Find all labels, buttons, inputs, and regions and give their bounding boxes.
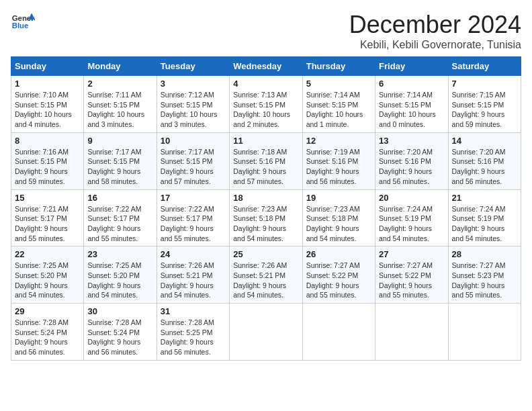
day-info: Sunrise: 7:16 AM Sunset: 5:15 PM Dayligh… <box>15 147 80 187</box>
day-info: Sunrise: 7:10 AM Sunset: 5:15 PM Dayligh… <box>15 90 80 130</box>
day-number: 4 <box>233 79 298 89</box>
weekday-header: Saturday <box>448 57 521 76</box>
day-number: 18 <box>233 193 298 203</box>
day-info: Sunrise: 7:27 AM Sunset: 5:22 PM Dayligh… <box>379 261 444 300</box>
day-info: Sunrise: 7:11 AM Sunset: 5:15 PM Dayligh… <box>87 90 152 130</box>
day-number: 31 <box>161 306 226 316</box>
logo-icon: General Blue <box>11 11 35 31</box>
calendar-cell: 30 Sunrise: 7:28 AM Sunset: 5:24 PM Dayl… <box>84 304 157 361</box>
calendar-cell: 29 Sunrise: 7:28 AM Sunset: 5:24 PM Dayl… <box>11 304 84 361</box>
calendar-cell: 23 Sunrise: 7:25 AM Sunset: 5:20 PM Dayl… <box>84 246 157 304</box>
day-info: Sunrise: 7:26 AM Sunset: 5:21 PM Dayligh… <box>161 261 226 300</box>
day-info: Sunrise: 7:25 AM Sunset: 5:20 PM Dayligh… <box>15 261 80 300</box>
day-number: 11 <box>233 136 298 146</box>
day-number: 5 <box>306 79 371 89</box>
day-info: Sunrise: 7:20 AM Sunset: 5:16 PM Dayligh… <box>379 147 444 187</box>
day-info: Sunrise: 7:24 AM Sunset: 5:19 PM Dayligh… <box>379 204 444 244</box>
calendar-cell: 21 Sunrise: 7:24 AM Sunset: 5:19 PM Dayl… <box>448 189 521 246</box>
day-info: Sunrise: 7:21 AM Sunset: 5:17 PM Dayligh… <box>15 204 80 244</box>
calendar-cell <box>448 304 521 361</box>
day-number: 25 <box>233 249 298 259</box>
day-number: 20 <box>379 193 444 203</box>
calendar-cell: 20 Sunrise: 7:24 AM Sunset: 5:19 PM Dayl… <box>375 189 448 246</box>
location-title: Kebili, Kebili Governorate, Tunisia <box>349 39 521 51</box>
day-info: Sunrise: 7:23 AM Sunset: 5:18 PM Dayligh… <box>306 204 371 244</box>
day-number: 24 <box>161 249 226 259</box>
calendar-cell: 31 Sunrise: 7:28 AM Sunset: 5:25 PM Dayl… <box>157 304 229 361</box>
calendar-cell: 18 Sunrise: 7:23 AM Sunset: 5:18 PM Dayl… <box>230 189 302 246</box>
day-number: 14 <box>452 136 517 146</box>
day-number: 29 <box>15 306 80 316</box>
calendar-cell: 3 Sunrise: 7:12 AM Sunset: 5:15 PM Dayli… <box>157 76 229 133</box>
calendar-cell: 15 Sunrise: 7:21 AM Sunset: 5:17 PM Dayl… <box>11 189 84 246</box>
day-number: 17 <box>161 193 226 203</box>
calendar-cell: 22 Sunrise: 7:25 AM Sunset: 5:20 PM Dayl… <box>11 246 84 304</box>
day-info: Sunrise: 7:28 AM Sunset: 5:25 PM Dayligh… <box>161 318 226 357</box>
calendar-cell: 28 Sunrise: 7:27 AM Sunset: 5:23 PM Dayl… <box>448 246 521 304</box>
day-number: 21 <box>452 193 517 203</box>
calendar-week-row: 29 Sunrise: 7:28 AM Sunset: 5:24 PM Dayl… <box>11 304 521 361</box>
calendar-table: SundayMondayTuesdayWednesdayThursdayFrid… <box>11 56 521 361</box>
day-info: Sunrise: 7:13 AM Sunset: 5:15 PM Dayligh… <box>233 90 298 130</box>
day-info: Sunrise: 7:28 AM Sunset: 5:24 PM Dayligh… <box>87 318 152 357</box>
svg-text:Blue: Blue <box>12 21 29 30</box>
weekday-header-row: SundayMondayTuesdayWednesdayThursdayFrid… <box>11 57 521 76</box>
day-number: 13 <box>379 136 444 146</box>
calendar-cell: 24 Sunrise: 7:26 AM Sunset: 5:21 PM Dayl… <box>157 246 229 304</box>
day-info: Sunrise: 7:17 AM Sunset: 5:15 PM Dayligh… <box>87 147 152 187</box>
weekday-header: Sunday <box>11 57 84 76</box>
calendar-cell <box>375 304 448 361</box>
day-number: 16 <box>87 193 152 203</box>
calendar-cell: 14 Sunrise: 7:20 AM Sunset: 5:16 PM Dayl… <box>448 132 521 189</box>
weekday-header: Monday <box>84 57 157 76</box>
weekday-header: Wednesday <box>230 57 302 76</box>
weekday-header: Tuesday <box>157 57 229 76</box>
day-info: Sunrise: 7:22 AM Sunset: 5:17 PM Dayligh… <box>161 204 226 244</box>
calendar-cell: 6 Sunrise: 7:14 AM Sunset: 5:15 PM Dayli… <box>375 76 448 133</box>
calendar-cell: 16 Sunrise: 7:22 AM Sunset: 5:17 PM Dayl… <box>84 189 157 246</box>
calendar-cell: 12 Sunrise: 7:19 AM Sunset: 5:16 PM Dayl… <box>302 132 375 189</box>
calendar-cell: 25 Sunrise: 7:26 AM Sunset: 5:21 PM Dayl… <box>230 246 302 304</box>
day-info: Sunrise: 7:18 AM Sunset: 5:16 PM Dayligh… <box>233 147 298 187</box>
day-number: 9 <box>87 136 152 146</box>
calendar-week-row: 22 Sunrise: 7:25 AM Sunset: 5:20 PM Dayl… <box>11 246 521 304</box>
day-info: Sunrise: 7:15 AM Sunset: 5:15 PM Dayligh… <box>452 90 517 130</box>
calendar-cell: 10 Sunrise: 7:17 AM Sunset: 5:15 PM Dayl… <box>157 132 229 189</box>
calendar-cell: 26 Sunrise: 7:27 AM Sunset: 5:22 PM Dayl… <box>302 246 375 304</box>
day-info: Sunrise: 7:28 AM Sunset: 5:24 PM Dayligh… <box>15 318 80 357</box>
calendar-cell: 7 Sunrise: 7:15 AM Sunset: 5:15 PM Dayli… <box>448 76 521 133</box>
day-number: 27 <box>379 249 444 259</box>
calendar-cell: 17 Sunrise: 7:22 AM Sunset: 5:17 PM Dayl… <box>157 189 229 246</box>
day-number: 10 <box>161 136 226 146</box>
calendar-cell <box>230 304 302 361</box>
calendar-cell: 5 Sunrise: 7:14 AM Sunset: 5:15 PM Dayli… <box>302 76 375 133</box>
day-info: Sunrise: 7:14 AM Sunset: 5:15 PM Dayligh… <box>306 90 371 130</box>
day-info: Sunrise: 7:23 AM Sunset: 5:18 PM Dayligh… <box>233 204 298 244</box>
day-number: 12 <box>306 136 371 146</box>
day-info: Sunrise: 7:27 AM Sunset: 5:22 PM Dayligh… <box>306 261 371 300</box>
day-number: 23 <box>87 249 152 259</box>
day-number: 15 <box>15 193 80 203</box>
day-info: Sunrise: 7:17 AM Sunset: 5:15 PM Dayligh… <box>161 147 226 187</box>
day-number: 2 <box>87 79 152 89</box>
calendar-cell: 1 Sunrise: 7:10 AM Sunset: 5:15 PM Dayli… <box>11 76 84 133</box>
logo: General Blue <box>11 11 35 31</box>
day-info: Sunrise: 7:20 AM Sunset: 5:16 PM Dayligh… <box>452 147 517 187</box>
weekday-header: Friday <box>375 57 448 76</box>
day-number: 28 <box>452 249 517 259</box>
calendar-week-row: 8 Sunrise: 7:16 AM Sunset: 5:15 PM Dayli… <box>11 132 521 189</box>
calendar-week-row: 1 Sunrise: 7:10 AM Sunset: 5:15 PM Dayli… <box>11 76 521 133</box>
calendar-cell: 4 Sunrise: 7:13 AM Sunset: 5:15 PM Dayli… <box>230 76 302 133</box>
calendar-week-row: 15 Sunrise: 7:21 AM Sunset: 5:17 PM Dayl… <box>11 189 521 246</box>
calendar-cell <box>302 304 375 361</box>
day-number: 1 <box>15 79 80 89</box>
day-number: 3 <box>161 79 226 89</box>
header: General Blue December 2024 Kebili, Kebil… <box>11 11 521 51</box>
day-number: 7 <box>452 79 517 89</box>
calendar-cell: 9 Sunrise: 7:17 AM Sunset: 5:15 PM Dayli… <box>84 132 157 189</box>
calendar-cell: 19 Sunrise: 7:23 AM Sunset: 5:18 PM Dayl… <box>302 189 375 246</box>
calendar-cell: 11 Sunrise: 7:18 AM Sunset: 5:16 PM Dayl… <box>230 132 302 189</box>
calendar-cell: 13 Sunrise: 7:20 AM Sunset: 5:16 PM Dayl… <box>375 132 448 189</box>
day-info: Sunrise: 7:19 AM Sunset: 5:16 PM Dayligh… <box>306 147 371 187</box>
title-area: December 2024 Kebili, Kebili Governorate… <box>349 11 521 51</box>
